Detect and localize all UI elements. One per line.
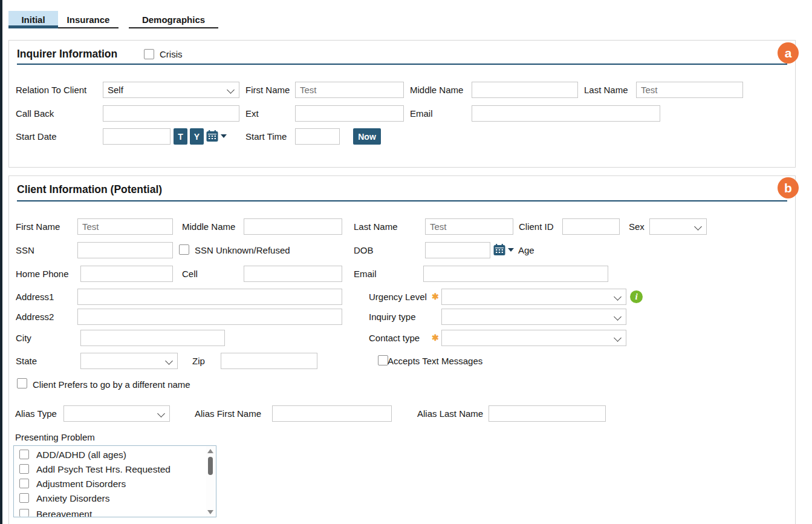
presenting-item-checkbox[interactable] (19, 509, 29, 517)
crisis-checkbox[interactable] (144, 49, 154, 59)
chevron-down-icon (157, 410, 165, 418)
client-section-rule (17, 200, 787, 201)
relation-to-client-select[interactable]: Self (103, 82, 239, 98)
annotation-badge-b: b (778, 177, 799, 198)
zip-label: Zip (192, 353, 205, 369)
inquirer-middle-name-label: Middle Name (410, 82, 463, 98)
alias-type-select[interactable] (63, 405, 170, 422)
presenting-item-checkbox[interactable] (19, 450, 29, 459)
alias-first-name-input[interactable] (272, 405, 392, 422)
client-middle-name-label: Middle Name (182, 218, 235, 235)
inquirer-email-input[interactable] (472, 105, 660, 122)
accepts-text-checkbox[interactable] (378, 355, 388, 365)
age-label: Age (518, 242, 534, 258)
calendar-dropdown-icon[interactable] (508, 248, 514, 252)
start-time-label: Start Time (245, 128, 287, 145)
calendar-icon[interactable] (206, 130, 218, 142)
sex-label: Sex (629, 218, 645, 235)
listbox-bottom-border (13, 517, 216, 517)
client-email-label: Email (354, 266, 377, 282)
inquirer-information-section (8, 40, 796, 168)
state-label: State (16, 353, 37, 369)
sex-select[interactable] (649, 218, 707, 235)
presenting-item-label[interactable]: Addl Psych Test Hrs. Requested (36, 463, 171, 476)
client-id-input[interactable] (562, 218, 620, 235)
state-select[interactable] (80, 353, 178, 369)
prefers-different-name-label: Client Prefers to go by a different name (33, 376, 190, 393)
home-phone-label: Home Phone (16, 266, 69, 282)
required-asterisk-icon: ✱ (432, 330, 439, 346)
ssn-input[interactable] (77, 242, 173, 258)
scroll-down-icon[interactable] (207, 510, 213, 514)
intake-form-page: Initial Insurance Demographics Inquirer … (0, 0, 812, 524)
dob-input[interactable] (425, 242, 490, 258)
call-back-label: Call Back (16, 105, 54, 122)
contact-type-label: Contact type (369, 330, 420, 346)
inquiry-type-label: Inquiry type (369, 309, 416, 325)
urgency-level-select[interactable] (441, 289, 626, 305)
address2-label: Address2 (16, 309, 54, 325)
home-phone-input[interactable] (80, 266, 173, 282)
ssn-unknown-label: SSN Unknown/Refused (195, 242, 290, 258)
ssn-label: SSN (16, 242, 34, 258)
presenting-item-label[interactable]: Adjustment Disorders (36, 478, 126, 490)
ssn-unknown-checkbox[interactable] (179, 244, 189, 255)
call-back-input[interactable] (103, 105, 239, 122)
calendar-icon[interactable] (493, 244, 505, 256)
scrollbar-thumb[interactable] (208, 457, 213, 475)
presenting-item-checkbox[interactable] (19, 479, 29, 488)
client-middle-name-input[interactable] (244, 218, 342, 235)
scroll-up-icon[interactable] (207, 449, 213, 453)
today-button[interactable]: T (174, 128, 187, 145)
accepts-text-label: Accepts Text Messages (388, 353, 482, 369)
prefers-different-name-checkbox[interactable] (17, 378, 27, 388)
urgency-level-label: Urgency Level (369, 289, 427, 305)
alias-last-name-input[interactable] (489, 405, 606, 422)
inquirer-section-rule (17, 64, 787, 65)
chevron-down-icon (165, 357, 173, 365)
client-email-input[interactable] (423, 266, 608, 282)
presenting-item-checkbox[interactable] (19, 464, 29, 474)
client-section-title: Client Information (Potential) (17, 183, 162, 196)
inquirer-middle-name-input[interactable] (472, 82, 578, 98)
inquirer-first-name-input[interactable] (295, 82, 404, 98)
yesterday-button[interactable]: Y (190, 128, 204, 145)
address2-input[interactable] (77, 309, 342, 325)
presenting-item-label[interactable]: Anxiety Disorders (36, 493, 109, 505)
start-date-input[interactable] (103, 128, 171, 145)
now-button[interactable]: Now (353, 128, 381, 145)
contact-type-select[interactable] (441, 330, 626, 346)
inquirer-last-name-label: Last Name (584, 82, 628, 98)
address1-input[interactable] (77, 289, 342, 305)
crisis-label: Crisis (160, 46, 183, 62)
chevron-down-icon (227, 86, 235, 94)
start-date-label: Start Date (16, 128, 57, 145)
alias-first-name-label: Alias First Name (195, 405, 261, 422)
presenting-item-checkbox[interactable] (19, 493, 29, 503)
cell-input[interactable] (244, 266, 342, 282)
city-label: City (16, 330, 31, 346)
client-first-name-input[interactable] (77, 218, 173, 235)
chevron-down-icon (694, 223, 702, 231)
zip-input[interactable] (221, 353, 317, 369)
calendar-dropdown-icon[interactable] (221, 134, 227, 138)
presenting-problem-label: Presenting Problem (15, 429, 95, 445)
info-icon[interactable]: i (630, 290, 643, 303)
annotation-badge-a: a (778, 42, 799, 64)
city-input[interactable] (80, 330, 225, 346)
dob-label: DOB (354, 242, 374, 258)
tab-initial[interactable]: Initial (8, 11, 58, 28)
inquirer-email-label: Email (410, 105, 433, 122)
client-id-label: Client ID (519, 218, 554, 235)
ext-input[interactable] (295, 105, 404, 122)
address1-label: Address1 (16, 289, 54, 305)
inquiry-type-select[interactable] (441, 309, 626, 325)
presenting-item-label[interactable]: ADD/ADHD (all ages) (36, 449, 126, 461)
start-time-input[interactable] (295, 128, 340, 145)
tab-insurance[interactable]: Insurance (58, 11, 119, 28)
client-first-name-label: First Name (16, 218, 60, 235)
client-last-name-input[interactable] (425, 218, 513, 235)
inquirer-last-name-input[interactable] (636, 82, 743, 98)
tab-demographics[interactable]: Demographics (129, 11, 218, 28)
chevron-down-icon (614, 293, 622, 301)
